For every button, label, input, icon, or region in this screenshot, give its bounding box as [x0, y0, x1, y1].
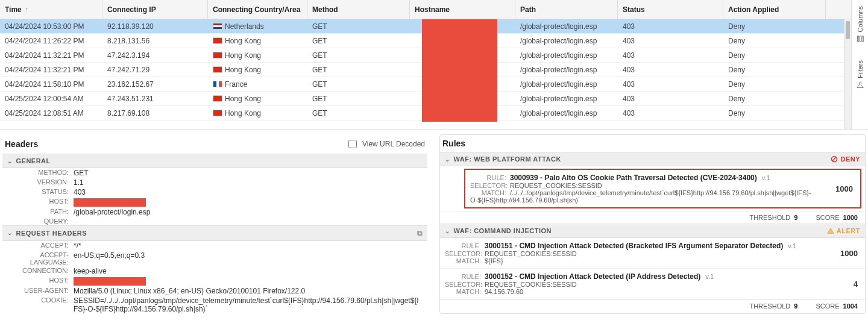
- headers-title: Headers: [5, 139, 38, 149]
- svg-rect-1: [860, 36, 861, 42]
- log-grid: Time↑ Connecting IP Connecting Country/A…: [0, 0, 851, 129]
- col-host[interactable]: Hostname: [410, 0, 515, 19]
- cell-time: 04/24/2024 11:58:10 PM: [0, 80, 102, 89]
- cell-status: 403: [618, 80, 723, 89]
- cell-path: /global-protect/login.esp: [515, 109, 618, 117]
- rule-title: 3000152 - CMD Injection Attack Detected …: [485, 272, 714, 281]
- headers-title-row: Headers View URL Decoded: [2, 134, 427, 154]
- hdr-accept-language: en-US;q=0.5,en;q=0.3: [74, 251, 423, 266]
- cell-action: Deny: [723, 37, 826, 45]
- cell-path: /global-protect/login.esp: [515, 95, 618, 103]
- scrollbar-thumb[interactable]: [846, 21, 850, 39]
- cell-time: 04/25/2024 12:08:51 AM: [0, 109, 102, 117]
- rule-section-footer: THRESHOLD9SCORE1004: [440, 299, 865, 312]
- cell-status: 403: [618, 37, 723, 45]
- cell-path: /global-protect/login.esp: [515, 22, 618, 31]
- cell-status: 403: [618, 66, 723, 74]
- cell-method: GET: [307, 22, 410, 31]
- rule-selector: REQUEST_COOKIES:SESSID: [485, 281, 577, 288]
- general-host: [74, 198, 423, 207]
- cell-action: Deny: [723, 80, 826, 89]
- cell-country: Hong Kong: [208, 51, 307, 60]
- col-method[interactable]: Method: [307, 0, 410, 19]
- cell-country: Hong Kong: [208, 109, 307, 117]
- rules-title: Rules: [442, 139, 465, 148]
- cell-action: Deny: [723, 66, 826, 74]
- cell-time: 04/25/2024 12:00:54 AM: [0, 95, 102, 103]
- hdr-user-agent: Mozilla/5.0 (Linux; Linux x86_64; en-US)…: [74, 287, 423, 295]
- rule-section-header[interactable]: ⌄WAF: COMMAND INJECTION ALERT: [440, 224, 865, 238]
- chevron-down-icon: ⌄: [7, 230, 13, 236]
- cell-status: 403: [618, 22, 723, 31]
- cell-country: Hong Kong: [208, 37, 307, 45]
- hdr-cookie: SESSID=/../../../opt/panlogs/tmp/device_…: [74, 296, 423, 313]
- cell-action: Deny: [723, 109, 826, 117]
- cell-status: 403: [618, 95, 723, 103]
- cell-time: 04/24/2024 11:32:21 PM: [0, 66, 102, 74]
- rules-panel: Rules ⌄WAF: WEB PLATFORM ATTACK DENYRULE…: [439, 134, 866, 314]
- cell-method: GET: [307, 80, 410, 89]
- sort-asc-icon: ↑: [25, 6, 28, 13]
- copy-icon[interactable]: ⧉: [417, 229, 423, 237]
- action-badge: ALERT: [827, 227, 860, 234]
- cell-status: 403: [618, 51, 723, 60]
- cell-country: Hong Kong: [208, 66, 307, 74]
- flag-icon: [213, 110, 222, 116]
- flag-icon: [213, 37, 222, 44]
- flag-icon: [213, 23, 222, 30]
- rule-section-header[interactable]: ⌄WAF: WEB PLATFORM ATTACK DENY: [440, 152, 865, 166]
- rule-selector: REQUEST_COOKIES:SESSID: [510, 182, 602, 189]
- cell-country: Hong Kong: [208, 95, 307, 103]
- general-section-header[interactable]: ⌄GENERAL: [2, 154, 427, 168]
- hdr-accept: */*: [74, 242, 423, 250]
- general-query: [74, 218, 423, 225]
- cell-time: 04/24/2024 11:32:21 PM: [0, 51, 102, 60]
- rule-selector: REQUEST_COOKIES:SESSID: [485, 250, 577, 257]
- col-country[interactable]: Connecting Country/Area: [208, 0, 307, 19]
- view-url-decoded[interactable]: View URL Decoded: [346, 138, 425, 150]
- vertical-scrollbar[interactable]: [844, 19, 851, 129]
- col-time[interactable]: Time↑: [0, 0, 102, 19]
- rule-block: RULE:3000152 - CMD Injection Attack Dete…: [440, 269, 865, 299]
- log-grid-area: Time↑ Connecting IP Connecting Country/A…: [0, 0, 868, 130]
- redacted-host: [74, 277, 146, 286]
- columns-tab[interactable]: Columns: [857, 6, 864, 42]
- cell-action: Deny: [723, 22, 826, 31]
- cell-ip: 8.218.131.56: [102, 37, 208, 45]
- general-version: 1.1: [74, 178, 423, 187]
- svg-line-4: [832, 157, 836, 161]
- col-ip[interactable]: Connecting IP: [102, 0, 208, 19]
- filter-icon: [857, 81, 864, 89]
- rule-section-footer: THRESHOLD9SCORE1000: [440, 211, 865, 224]
- svg-rect-0: [862, 36, 863, 42]
- rule-match: /../../../opt/panlogs/tmp/device_telemet…: [470, 189, 811, 204]
- flag-icon: [213, 52, 222, 58]
- cell-ip: 47.242.71.29: [102, 66, 208, 74]
- cell-action: Deny: [723, 51, 826, 60]
- cell-time: 04/24/2024 11:26:22 PM: [0, 37, 102, 45]
- hdr-connection: keep-alive: [74, 267, 423, 275]
- general-status: 403: [74, 188, 423, 196]
- rules-title-row: Rules: [440, 135, 865, 152]
- rule-title: 3000939 - Palo Alto OS Cookie Path Trave…: [510, 174, 770, 182]
- rule-score: 1000: [835, 184, 853, 193]
- cell-method: GET: [307, 109, 410, 117]
- rule-title: 3000151 - CMD Injection Attack Detected …: [485, 242, 796, 250]
- redacted-host: [74, 198, 146, 207]
- col-action[interactable]: Action Applied: [723, 0, 826, 19]
- general-path: /global-protect/login.esp: [74, 208, 423, 216]
- rule-block: RULE:3000151 - CMD Injection Attack Dete…: [440, 238, 865, 269]
- col-path[interactable]: Path: [515, 0, 618, 19]
- col-status[interactable]: Status: [618, 0, 723, 19]
- hdr-host: [74, 277, 423, 286]
- rule-score: 4: [854, 280, 858, 289]
- cell-action: Deny: [723, 95, 826, 103]
- request-headers-section-header[interactable]: ⌄REQUEST HEADERS⧉: [2, 225, 427, 241]
- chevron-down-icon: ⌄: [445, 156, 450, 163]
- columns-icon: [857, 35, 864, 42]
- filters-tab[interactable]: Filters: [857, 60, 864, 89]
- cell-time: 04/24/2024 10:53:00 PM: [0, 22, 102, 31]
- rule-match: 94.156.79.60: [485, 288, 523, 295]
- general-method: GET: [74, 169, 423, 177]
- rule-match: ${IFS}: [485, 257, 503, 265]
